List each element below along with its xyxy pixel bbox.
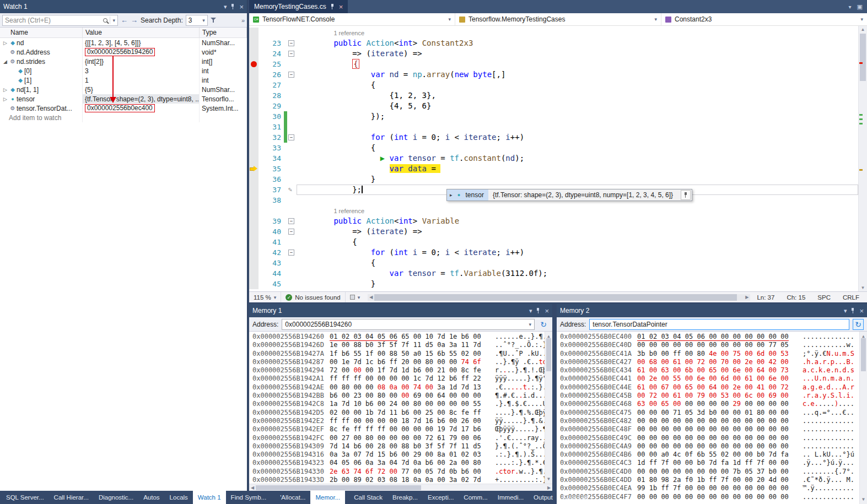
- outlining-margin[interactable]: [287, 205, 297, 216]
- outlining-margin[interactable]: −: [287, 38, 297, 48]
- memory-row[interactable]: 0x000002556B1943160a 3a 07 7d 15 b6 00 2…: [252, 451, 552, 459]
- scrollbar-thumb[interactable]: [256, 485, 421, 490]
- watch-row[interactable]: ◢⚙nd.strides{int[2]}int[]: [0, 57, 247, 66]
- scroll-left-icon[interactable]: ◀: [368, 295, 374, 300]
- editor-vscrollbar[interactable]: ▲ ▼: [858, 26, 867, 291]
- code-line[interactable]: 26− var nd = np.array(new byte[,]: [249, 69, 858, 80]
- scroll-right-icon[interactable]: ▶: [546, 485, 552, 490]
- indicator-margin[interactable]: [249, 38, 259, 48]
- code-line[interactable]: 34 ▶ var tensor = tf.constant(nd);: [249, 153, 858, 164]
- watch-value-cell[interactable]: 0x000002556b194260: [83, 47, 200, 57]
- watch-value-cell[interactable]: 0x000002556b0ec400: [83, 104, 200, 113]
- memory-row[interactable]: 0x000002556B1942D502 00 00 1b 7d 11 b6 0…: [252, 409, 552, 417]
- memory-bytes[interactable]: 00 00 a0 4c 0f 6b 55 02 00 00 b0 7d fa: [637, 451, 798, 459]
- memory-row[interactable]: 0x000002556B0EC42700 68 00 61 00 72 00 7…: [560, 358, 867, 366]
- indicator-margin[interactable]: [249, 164, 259, 174]
- memory1-address-input[interactable]: 0x000002556B194260 ▾: [282, 319, 535, 330]
- pin-icon[interactable]: [230, 3, 235, 10]
- bottom-tab-call-hierar-[interactable]: Call Hierar...: [49, 491, 94, 504]
- watch-row[interactable]: ⚙nd.Address0x000002556b194260void*: [0, 47, 247, 57]
- collapse-box-icon[interactable]: −: [288, 250, 294, 256]
- datatip[interactable]: ▸ ● tensor {tf.Tensor: shape=(2, 3), dty…: [446, 189, 692, 201]
- collapse-box-icon[interactable]: −: [288, 40, 294, 46]
- close-icon[interactable]: ×: [239, 3, 244, 11]
- column-header-name[interactable]: Name: [0, 28, 83, 37]
- scroll-down-icon[interactable]: ▼: [859, 285, 867, 290]
- expander-icon[interactable]: ◢: [2, 59, 9, 64]
- memory-bytes[interactable]: 63 00 65 00 00 00 00 00 29 00 00 00 00: [637, 400, 798, 408]
- watch-row[interactable]: ⚙tensor.TensorDat...0x000002556b0ec400Sy…: [0, 104, 247, 113]
- watch-value-cell[interactable]: {int[2]}: [83, 57, 200, 66]
- memory-row[interactable]: 0x000002556B19428700 1e 7d 1c b6 ff 20 0…: [252, 358, 552, 366]
- watch-value-cell[interactable]: 1: [83, 75, 200, 85]
- outlining-margin[interactable]: [287, 268, 297, 279]
- code-line[interactable]: 40− => (iterate) =>: [249, 226, 858, 237]
- memory2-hex-view[interactable]: 0x000002556B0EC40001 02 03 04 05 06 00 0…: [557, 332, 867, 504]
- memory-bytes[interactable]: 00 00 00 00 00 00 00 00 00 00 00 00 00: [637, 493, 798, 501]
- memory-row[interactable]: 0x000002556B1942C81a 7d 10 b6 00 24 00 8…: [252, 400, 552, 408]
- memory-bytes[interactable]: 00 00 00 00 00 00 00 00 00 00 00 00 00: [637, 434, 798, 442]
- memory-row[interactable]: 0x000002556B0EC43461 00 63 00 6b 00 65 0…: [560, 366, 867, 375]
- memory-row[interactable]: 0x000002556B0EC4DD01 80 98 2a f0 1b ff 7…: [560, 476, 867, 484]
- toolbar-overflow-icon[interactable]: »: [241, 17, 245, 24]
- indicator-margin[interactable]: [249, 132, 259, 143]
- expander-icon[interactable]: ▷: [2, 87, 9, 93]
- watch-row[interactable]: Add item to watch: [0, 113, 247, 122]
- scroll-down-icon[interactable]: ▼: [545, 475, 552, 483]
- scrollbar-thumb[interactable]: [860, 34, 866, 81]
- memory-row[interactable]: 0x000002556B1943302e 63 74 6f 72 00 77 0…: [252, 468, 552, 476]
- memory-bytes[interactable]: 1d ff 7f 00 00 b0 7d fa 1d ff 7f 00 00: [637, 459, 798, 467]
- code-line[interactable]: 23− public Action<int> Constant2x3: [249, 38, 858, 48]
- chevron-down-icon[interactable]: ▾: [112, 18, 115, 23]
- bottom-tab--allocat-[interactable]: 'Allocat...: [275, 491, 310, 504]
- memory-bytes[interactable]: 00 00 00 00 00 00 00 00 7b 05 37 b0 00: [637, 468, 798, 476]
- outlining-margin[interactable]: [287, 59, 297, 69]
- bottom-tab-sql-server-[interactable]: SQL Server...: [1, 491, 49, 504]
- memory-row[interactable]: 0x000002556B0EC4A900 00 00 00 00 00 00 0…: [560, 442, 867, 451]
- indicator-margin[interactable]: [249, 101, 259, 111]
- outlining-margin[interactable]: [287, 101, 297, 111]
- code-line[interactable]: 1 reference: [249, 205, 858, 216]
- indicator-margin[interactable]: [249, 226, 259, 237]
- watch-titlebar[interactable]: Watch 1 ▾ ×: [0, 0, 247, 13]
- memory-bytes[interactable]: 00 00 00 00 00 00 00 00 00 00 00 77 05: [637, 341, 798, 349]
- memory-bytes[interactable]: 00 00 00 00 00 00 00 00 00 00 00 00 00: [637, 442, 798, 451]
- memory1-hscrollbar[interactable]: ◀ ▶: [249, 484, 552, 491]
- memory-bytes[interactable]: 1e 00 88 b0 3f 5f 7f 11 d5 0a 3a 11 7d: [330, 341, 491, 349]
- memory-row[interactable]: 0x000002556B1942AE00 80 00 00 08 0a 00 7…: [252, 383, 552, 392]
- memory-bytes[interactable]: 00 00 00 00 00 00 00 00 00 00 00 00 00: [637, 425, 798, 433]
- bottom-tab-diagnostic-[interactable]: Diagnostic...: [94, 491, 138, 504]
- code-line[interactable]: 42− for (int i = 0; i < iterate; i++): [249, 247, 858, 258]
- indicator-margin[interactable]: [249, 279, 259, 289]
- memory-row[interactable]: 0x000002556B0EC48200 00 00 00 00 00 00 0…: [560, 417, 867, 425]
- memory-bytes[interactable]: 99 1b ff 7f 00 00 00 00 00 00 00 00 00: [637, 484, 798, 492]
- indicator-margin[interactable]: [249, 174, 259, 185]
- memory-row[interactable]: 0x000002556B0EC44E61 00 67 00 65 00 64 0…: [560, 383, 867, 392]
- watch-row[interactable]: ▷◆nd[1, 1]{5}NumShar...: [0, 85, 247, 94]
- indicator-margin[interactable]: [249, 195, 259, 205]
- memory-bytes[interactable]: 1f b6 55 1f 00 88 50 a0 15 6b 55 02 00: [330, 350, 491, 358]
- indicator-margin[interactable]: [249, 237, 259, 247]
- bottom-tab-find-symb-[interactable]: Find Symb...: [226, 491, 272, 504]
- memory1-vscrollbar[interactable]: ▲ ▼: [545, 332, 552, 484]
- datatip-expander-icon[interactable]: ▸: [450, 192, 453, 198]
- code-line[interactable]: 33 {: [249, 143, 858, 153]
- memory-row[interactable]: 0x000002556B0EC44100 2e 00 55 00 6e 00 6…: [560, 375, 867, 383]
- memory2-address-input[interactable]: tensor.TensorDataPointer: [589, 319, 849, 330]
- outlining-margin[interactable]: [287, 143, 297, 153]
- code-line[interactable]: 45 }: [249, 279, 858, 289]
- indicator-margin[interactable]: [249, 216, 259, 226]
- memory-bytes[interactable]: 02 00 00 1b 7d 11 b6 00 25 00 8c fe ff: [330, 409, 491, 417]
- memory-row[interactable]: 0x000002556B19426001 02 03 04 05 06 65 0…: [252, 333, 552, 341]
- code-line[interactable]: 44 var tensor = tf.Variable(3112.0f);: [249, 268, 858, 279]
- memory-row[interactable]: 0x000002556B1942FC00 27 00 80 00 00 00 0…: [252, 434, 552, 442]
- indicator-margin[interactable]: [249, 268, 259, 279]
- nav-combo-method[interactable]: Constant2x3 ▾: [661, 13, 867, 25]
- memory-row[interactable]: 0x000002556B19427A1f b6 55 1f 00 88 50 a…: [252, 350, 552, 358]
- outlining-margin[interactable]: [287, 174, 297, 185]
- code-line[interactable]: 43 {: [249, 258, 858, 268]
- watch-value-cell[interactable]: {5}: [83, 85, 200, 94]
- window-position-icon[interactable]: ▾: [844, 307, 847, 315]
- outlining-margin[interactable]: [287, 279, 297, 289]
- watch-value-cell[interactable]: [83, 113, 200, 122]
